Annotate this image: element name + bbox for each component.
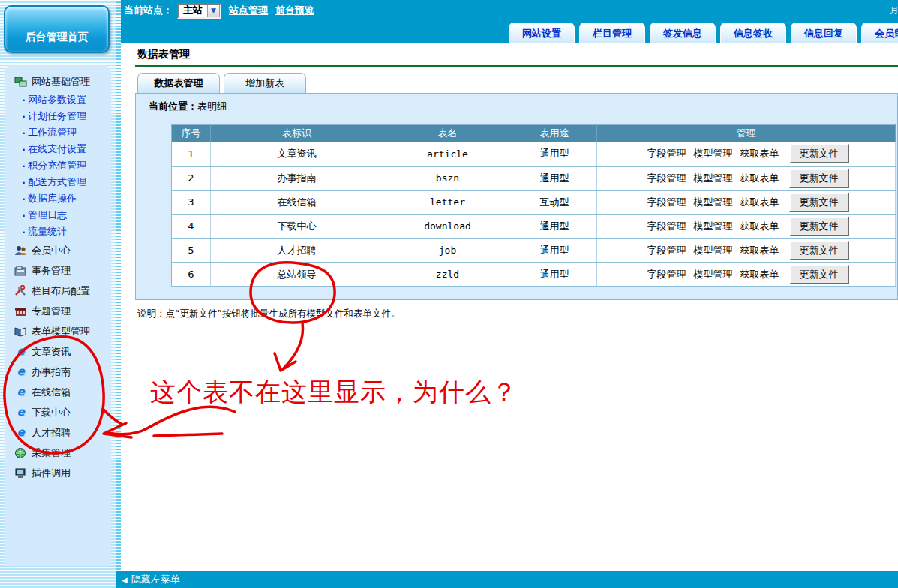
update-files-button[interactable]: 更新文件 [789,193,849,212]
sidebar-item-label: 插件调用 [32,466,71,480]
action-link-2[interactable]: 获取表单 [740,196,779,209]
sidebar-item-8[interactable]: 管理日志 [5,207,111,224]
sidebar-item-19[interactable]: e人才招聘 [5,422,111,442]
location-value: 表明细 [197,100,227,112]
topbar-link-0[interactable]: 站点管理 [229,4,268,17]
action-link-0[interactable]: 字段管理 [647,172,686,185]
sidebar-item-2[interactable]: 计划任务管理 [5,108,111,124]
sidebar-item-4[interactable]: 在线支付设置 [5,141,111,158]
sidebar-item-6[interactable]: 配送方式管理 [5,174,111,190]
sidebar-item-13[interactable]: 专题管理 [5,301,111,321]
nav-tab-1[interactable]: 栏目管理 [579,22,645,44]
sidebar-item-10[interactable]: 会员中心 [5,240,111,260]
table-body: 1文章资讯article通用型字段管理模型管理获取表单更新文件2办事指南bszn… [172,142,896,286]
update-files-button[interactable]: 更新文件 [789,241,849,260]
nav-tab-2[interactable]: 签发信息 [650,22,716,44]
sidebar-item-label: 栏目布局配置 [32,284,90,298]
cell-table-name: letter [383,190,512,214]
nav-tab-5[interactable]: 会员留言 [861,22,898,44]
cell-management: 字段管理模型管理获取表单更新文件 [597,190,896,214]
action-link-2[interactable]: 获取表单 [740,268,779,281]
sidebar-item-1[interactable]: 网站参数设置 [5,92,111,108]
sidebar-item-label: 工作流管理 [28,126,77,140]
action-link-0[interactable]: 字段管理 [647,220,686,233]
title-underline [135,64,898,67]
cell-management: 字段管理模型管理获取表单更新文件 [597,262,896,286]
action-link-1[interactable]: 模型管理 [694,244,733,257]
nav-tab-3[interactable]: 信息签收 [720,22,786,44]
cell-table-name: article [383,142,512,166]
sidebar-item-14[interactable]: 表单模型管理 [5,321,111,341]
action-link-1[interactable]: 模型管理 [694,268,733,281]
update-files-button[interactable]: 更新文件 [789,144,849,164]
update-files-button[interactable]: 更新文件 [789,169,849,188]
sidebar-item-21[interactable]: 插件调用 [5,463,111,483]
sidebar-item-label: 在线支付设置 [28,142,86,156]
admin-home-button[interactable]: 后台管理首页 [4,5,110,53]
hide-left-menu-bar[interactable]: ◀ 隐藏左菜单 [116,572,898,588]
sidebar-item-9[interactable]: 流量统计 [5,224,111,240]
action-link-1[interactable]: 模型管理 [694,172,733,185]
dropdown-arrow-icon[interactable]: ▼ [207,4,220,17]
update-files-button[interactable]: 更新文件 [789,265,849,284]
sidebar-item-label: 办事指南 [32,365,71,379]
cell-usage: 通用型 [512,238,597,262]
cell-caption: 总站领导 [211,262,383,286]
cell-index: 6 [172,262,211,286]
sidebar-item-label: 文章资讯 [32,345,71,358]
table-row: 4下载中心download通用型字段管理模型管理获取表单更新文件 [172,214,896,238]
sidebar-item-label: 数据库操作 [28,192,77,206]
action-link-1[interactable]: 模型管理 [694,220,733,233]
sidebar-item-label: 网站参数设置 [28,93,86,106]
location-label: 当前位置： [149,100,197,112]
content-tab-0[interactable]: 数据表管理 [137,73,220,93]
page-title: 数据表管理 [137,48,190,62]
sidebar-item-label: 在线信箱 [32,386,71,399]
action-link-2[interactable]: 获取表单 [740,220,779,233]
sidebar-item-label: 事务管理 [32,264,71,278]
action-link-1[interactable]: 模型管理 [694,196,733,209]
network-icon [14,76,27,88]
nav-tab-4[interactable]: 信息回复 [791,22,857,44]
topbar-link-1[interactable]: 前台预览 [275,4,314,17]
update-files-button[interactable]: 更新文件 [789,217,849,236]
action-link-0[interactable]: 字段管理 [647,196,686,209]
action-link-0[interactable]: 字段管理 [647,268,686,281]
data-table: 序号表标识表名表用途管理 1文章资讯article通用型字段管理模型管理获取表单… [171,124,896,287]
action-link-2[interactable]: 获取表单 [740,244,779,257]
sidebar-item-label: 会员中心 [32,244,71,257]
sidebar-item-3[interactable]: 工作流管理 [5,124,111,141]
table-row: 5人才招聘job通用型字段管理模型管理获取表单更新文件 [172,238,896,262]
sidebar-item-17[interactable]: e在线信箱 [5,382,111,402]
action-link-0[interactable]: 字段管理 [647,244,686,257]
sidebar-item-16[interactable]: e办事指南 [5,362,111,382]
sidebar-item-11[interactable]: 事务管理 [5,260,111,280]
action-link-1[interactable]: 模型管理 [694,147,733,160]
cell-index: 1 [172,142,211,166]
sidebar-item-0[interactable]: 网站基础管理 [5,71,111,92]
action-link-0[interactable]: 字段管理 [647,147,686,160]
sidebar-item-7[interactable]: 数据库操作 [5,190,111,207]
sidebar-item-18[interactable]: e下载中心 [5,402,111,422]
sidebar-item-label: 人才招聘 [32,426,71,440]
content-tab-1[interactable]: 增加新表 [224,73,306,93]
sidebar-item-15[interactable]: e文章资讯 [5,341,111,362]
ie-icon: e [14,366,27,378]
sidebar-item-20[interactable]: 采集管理 [5,442,111,463]
action-link-2[interactable]: 获取表单 [740,147,779,160]
cell-management: 字段管理模型管理获取表单更新文件 [597,238,896,262]
sidebar-item-5[interactable]: 积分充值管理 [5,158,111,174]
site-select-value: 主站 [179,4,207,17]
cell-caption: 下载中心 [211,214,383,238]
site-select[interactable]: 主站 ▼ [177,3,221,19]
sidebar-item-12[interactable]: 栏目布局配置 [5,280,111,301]
table-row: 3在线信箱letter互动型字段管理模型管理获取表单更新文件 [172,190,896,214]
nav-tab-0[interactable]: 网站设置 [509,22,575,44]
cell-usage: 互动型 [512,190,597,214]
current-site-label: 当前站点： [124,4,173,17]
action-link-2[interactable]: 获取表单 [740,172,779,185]
cell-table-name: bszn [383,166,512,190]
cell-index: 3 [172,190,211,214]
sidebar-item-label: 计划任务管理 [28,110,86,123]
sidebar-menu: 网站基础管理网站参数设置计划任务管理工作流管理在线支付设置积分充值管理配送方式管… [5,64,111,566]
